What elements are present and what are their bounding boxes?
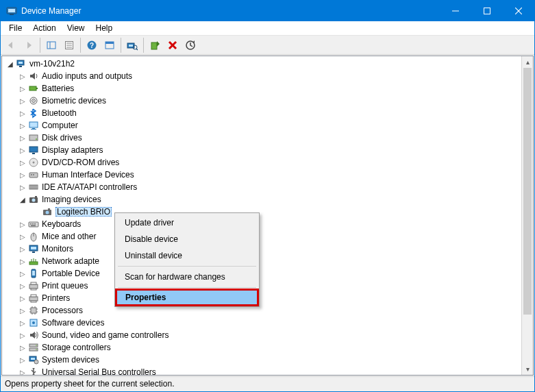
context-menu-item-uninstall-device[interactable]: Uninstall device [116, 247, 258, 264]
context-menu-item-scan-for-hardware-changes[interactable]: Scan for hardware changes [116, 269, 258, 285]
expand-arrow-icon[interactable]: ▷ [17, 120, 28, 131]
expand-arrow-icon[interactable]: ▷ [17, 268, 28, 279]
category-node[interactable]: ▷Storage controllers [3, 341, 521, 354]
close-button[interactable] [503, 1, 534, 21]
category-node[interactable]: ▷Human Interface Devices [3, 169, 521, 181]
expand-arrow-icon[interactable]: ▷ [17, 330, 28, 341]
enable-device-button[interactable] [147, 37, 163, 53]
device-manager-window: Device Manager File Action View Help ? ◢… [0, 0, 535, 392]
context-menu-item-update-driver[interactable]: Update driver [116, 215, 258, 231]
category-node[interactable]: ▷Printers [3, 292, 521, 304]
toolbar-separator [80, 38, 81, 53]
context-menu-separator [118, 287, 256, 288]
category-node[interactable]: ▷Universal Serial Bus controllers [3, 366, 521, 375]
category-label: Sound, video and game controllers [42, 330, 169, 340]
svg-rect-60 [34, 223, 36, 225]
vertical-scrollbar[interactable]: ▴ ▾ [521, 56, 533, 375]
category-node[interactable]: ▷Mice and other [3, 230, 521, 243]
svg-point-92 [36, 345, 37, 346]
expand-arrow-icon[interactable]: ▷ [17, 95, 28, 106]
scroll-up-button[interactable]: ▴ [522, 56, 533, 68]
svg-rect-39 [32, 153, 35, 154]
menu-help[interactable]: Help [90, 22, 119, 34]
expand-arrow-icon[interactable]: ▷ [17, 367, 28, 375]
category-node[interactable]: ▷Biometric devices [3, 95, 521, 107]
action-button[interactable] [101, 37, 118, 53]
menu-action[interactable]: Action [27, 22, 61, 34]
expand-arrow-icon[interactable]: ▷ [17, 305, 28, 316]
show-hide-console-tree-button[interactable] [43, 37, 60, 53]
collapse-arrow-icon[interactable]: ◢ [17, 194, 28, 205]
help-button[interactable]: ? [84, 37, 100, 53]
category-label: Print queues [42, 281, 88, 291]
category-node[interactable]: ▷Monitors [3, 243, 521, 255]
collapse-arrow-icon[interactable]: ◢ [5, 58, 16, 69]
expand-arrow-icon[interactable]: ▷ [17, 108, 28, 119]
expand-arrow-icon[interactable]: ▷ [17, 71, 28, 82]
context-menu-item-properties[interactable]: Properties [116, 289, 258, 306]
expand-arrow-icon[interactable]: ▷ [17, 83, 28, 94]
category-node[interactable]: ▷IDE ATA/ATAPI controllers [3, 181, 521, 193]
back-button[interactable] [3, 37, 19, 53]
svg-text:?: ? [90, 42, 94, 49]
expand-arrow-icon[interactable]: ▷ [17, 354, 28, 365]
dvd-icon [28, 157, 39, 168]
properties-button[interactable] [61, 37, 77, 53]
expand-arrow-icon[interactable]: ▷ [17, 157, 28, 168]
category-node[interactable]: ▷Portable Device [3, 267, 521, 280]
category-node[interactable]: ▷Batteries [3, 82, 521, 95]
expand-arrow-icon[interactable]: ▷ [17, 243, 28, 254]
expand-arrow-icon[interactable]: ▷ [17, 169, 28, 180]
titlebar[interactable]: Device Manager [1, 1, 534, 21]
category-node[interactable]: ▷Audio inputs and outputs [3, 70, 521, 82]
update-driver-button[interactable] [182, 37, 199, 53]
category-node[interactable]: ▷Network adapte [3, 255, 521, 267]
uninstall-device-button[interactable] [164, 37, 181, 53]
svg-point-37 [36, 138, 37, 140]
scroll-down-button[interactable]: ▾ [522, 363, 533, 375]
forward-button[interactable] [21, 37, 37, 53]
expand-arrow-icon[interactable]: ▷ [17, 145, 28, 156]
category-node[interactable]: ▷Processors [3, 304, 521, 317]
category-node[interactable]: ◢Imaging devices [3, 193, 521, 206]
context-menu-item-disable-device[interactable]: Disable device [116, 231, 258, 247]
device-node[interactable]: Logitech BRIO [3, 206, 521, 218]
category-node[interactable]: ▷System devices [3, 354, 521, 366]
svg-rect-72 [32, 271, 35, 275]
maximize-button[interactable] [471, 1, 503, 21]
category-label: System devices [42, 355, 99, 365]
expand-arrow-icon[interactable]: ▷ [17, 293, 28, 304]
svg-rect-66 [32, 252, 35, 253]
menu-file[interactable]: File [3, 22, 27, 34]
titlebar-text: Device Manager [21, 6, 440, 16]
category-node[interactable]: ▷Software devices [3, 317, 521, 329]
expand-arrow-icon[interactable]: ▷ [17, 342, 28, 353]
scroll-track[interactable] [522, 68, 533, 363]
minimize-button[interactable] [440, 1, 471, 21]
expand-arrow-icon[interactable]: ▷ [17, 219, 28, 230]
category-label: Network adapte [42, 256, 99, 266]
expand-arrow-icon[interactable]: ▷ [17, 256, 28, 267]
expand-arrow-icon[interactable]: ▷ [17, 182, 28, 193]
expand-arrow-icon[interactable]: ▷ [17, 317, 28, 328]
category-node[interactable]: ▷Keyboards [3, 218, 521, 230]
category-node[interactable]: ▷Display adapters [3, 144, 521, 156]
svg-rect-26 [18, 62, 23, 64]
category-node[interactable]: ▷Sound, video and game controllers [3, 329, 521, 341]
svg-rect-34 [32, 128, 35, 129]
expand-arrow-icon[interactable]: ▷ [17, 231, 28, 242]
expand-arrow-icon[interactable]: ▷ [17, 132, 28, 143]
category-node[interactable]: ▷DVD/CD-ROM drives [3, 156, 521, 169]
scroll-thumb[interactable] [523, 68, 532, 315]
category-node[interactable]: ▷Computer [3, 119, 521, 132]
scan-hardware-button[interactable] [124, 37, 140, 53]
category-node[interactable]: ▷Bluetooth [3, 107, 521, 119]
menu-view[interactable]: View [62, 22, 90, 34]
category-node[interactable]: ▷Disk drives [3, 132, 521, 144]
category-node[interactable]: ▷Print queues [3, 280, 521, 292]
svg-rect-35 [31, 129, 36, 130]
device-tree[interactable]: ◢vm-10v21h2▷Audio inputs and outputs▷Bat… [2, 56, 521, 375]
category-label: Audio inputs and outputs [42, 71, 132, 81]
expand-arrow-icon[interactable]: ▷ [17, 280, 28, 291]
root-node[interactable]: ◢vm-10v21h2 [3, 58, 521, 70]
